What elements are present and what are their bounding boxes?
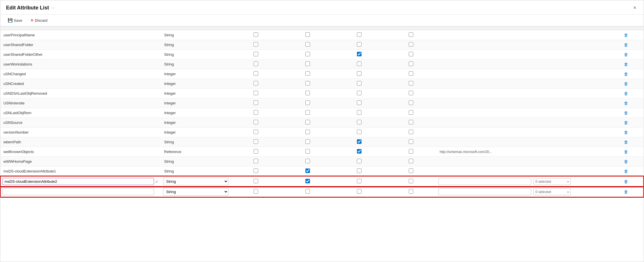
checkbox-col4[interactable]: [409, 168, 413, 173]
edit-checkbox-col1[interactable]: [254, 189, 258, 194]
checkbox-col1[interactable]: [254, 159, 258, 163]
checkbox-col1[interactable]: [254, 168, 258, 173]
row-cb2[interactable]: [282, 50, 333, 59]
row-cb1[interactable]: [230, 89, 282, 98]
row-cb4[interactable]: [385, 108, 437, 118]
row-cb3[interactable]: [333, 50, 385, 59]
row-cb2[interactable]: [282, 59, 333, 69]
row-cb4[interactable]: [385, 166, 437, 176]
checkbox-col2[interactable]: [305, 42, 310, 47]
edit-delete-button[interactable]: 🗑: [623, 178, 630, 184]
delete-button[interactable]: 🗑: [623, 51, 630, 57]
delete-button[interactable]: 🗑: [623, 129, 630, 135]
close-button[interactable]: ×: [631, 4, 638, 11]
row-cb2[interactable]: [282, 147, 333, 157]
checkbox-col3[interactable]: [357, 61, 361, 66]
row-cb1[interactable]: [230, 128, 282, 137]
checkbox-col4[interactable]: [409, 110, 413, 115]
delete-button[interactable]: 🗑: [623, 149, 630, 155]
row-cb2[interactable]: [282, 40, 333, 50]
edit-row-cb3[interactable]: [333, 187, 385, 197]
checkbox-col3[interactable]: [357, 52, 361, 56]
edit-row-ref-cell[interactable]: 0 selected ▾: [437, 176, 609, 187]
row-cb2[interactable]: [282, 166, 333, 176]
row-cb1[interactable]: [230, 157, 282, 166]
delete-button[interactable]: 🗑: [623, 71, 630, 77]
checkbox-col1[interactable]: [254, 81, 258, 86]
row-cb2[interactable]: [282, 79, 333, 89]
row-cb1[interactable]: [230, 59, 282, 69]
checkbox-col1[interactable]: [254, 130, 258, 134]
row-cb2[interactable]: [282, 89, 333, 98]
row-cb1[interactable]: [230, 147, 282, 157]
checkbox-col1[interactable]: [254, 52, 258, 56]
row-cb3[interactable]: [333, 128, 385, 137]
checkbox-col1[interactable]: [254, 149, 258, 154]
checkbox-col2[interactable]: [305, 81, 310, 86]
edit-checkbox-col4[interactable]: [409, 179, 413, 183]
checkbox-col1[interactable]: [254, 110, 258, 115]
edit-row-cb2[interactable]: [282, 176, 333, 187]
checkbox-col1[interactable]: [254, 42, 258, 47]
row-cb4[interactable]: [385, 137, 437, 147]
ref-input[interactable]: [438, 188, 531, 195]
edit-row-cb3[interactable]: [333, 176, 385, 187]
row-cb1[interactable]: [230, 137, 282, 147]
row-cb1[interactable]: [230, 118, 282, 128]
row-cb2[interactable]: [282, 137, 333, 147]
edit-checkbox-col2[interactable]: [305, 179, 310, 183]
checkbox-col4[interactable]: [409, 130, 413, 134]
checkbox-col2[interactable]: [305, 159, 310, 163]
row-cb3[interactable]: [333, 40, 385, 50]
checkbox-col2[interactable]: [305, 139, 310, 144]
row-cb3[interactable]: [333, 147, 385, 157]
checkbox-col2[interactable]: [305, 91, 310, 95]
edit-checkbox-col3[interactable]: [357, 189, 361, 194]
row-cb3[interactable]: [333, 108, 385, 118]
row-cb1[interactable]: [230, 69, 282, 79]
ref-input[interactable]: [438, 178, 531, 185]
checkbox-col3[interactable]: [357, 149, 361, 154]
checkbox-col1[interactable]: [254, 32, 258, 37]
row-cb3[interactable]: [333, 69, 385, 79]
row-cb3[interactable]: [333, 166, 385, 176]
checkbox-col4[interactable]: [409, 91, 413, 95]
edit-checkbox-col4[interactable]: [409, 189, 413, 194]
edit-checkbox-col1[interactable]: [254, 179, 258, 183]
row-cb4[interactable]: [385, 50, 437, 59]
row-cb2[interactable]: [282, 69, 333, 79]
checkbox-col4[interactable]: [409, 32, 413, 37]
row-cb4[interactable]: [385, 30, 437, 40]
checkbox-col4[interactable]: [409, 61, 413, 66]
checkbox-col3[interactable]: [357, 110, 361, 115]
edit-row-cb4[interactable]: [385, 187, 437, 197]
edit-checkbox-col2[interactable]: [305, 189, 310, 194]
row-cb4[interactable]: [385, 128, 437, 137]
save-button[interactable]: 💾 Save: [6, 17, 24, 24]
row-cb4[interactable]: [385, 157, 437, 166]
checkbox-col2[interactable]: [305, 110, 310, 115]
type-select[interactable]: StringIntegerReferenceBooleanDateTimeGui…: [163, 178, 229, 185]
checkbox-col1[interactable]: [254, 61, 258, 66]
edit-row-type-cell[interactable]: StringIntegerReferenceBooleanDateTimeGui…: [161, 187, 230, 197]
row-cb3[interactable]: [333, 89, 385, 98]
edit-checkbox-col3[interactable]: [357, 179, 361, 183]
row-cb1[interactable]: [230, 108, 282, 118]
row-cb4[interactable]: [385, 98, 437, 108]
checkbox-col2[interactable]: [305, 168, 310, 173]
row-cb1[interactable]: [230, 79, 282, 89]
row-cb1[interactable]: [230, 50, 282, 59]
edit-row-name-cell[interactable]: ✓: [1, 176, 161, 187]
checkbox-col2[interactable]: [305, 100, 310, 105]
checkbox-col2[interactable]: [305, 61, 310, 66]
checkbox-col2[interactable]: [305, 52, 310, 56]
delete-button[interactable]: 🗑: [623, 158, 630, 164]
row-cb2[interactable]: [282, 108, 333, 118]
delete-button[interactable]: 🗑: [623, 100, 630, 106]
checkbox-col4[interactable]: [409, 120, 413, 124]
row-cb4[interactable]: [385, 118, 437, 128]
row-cb4[interactable]: [385, 89, 437, 98]
attribute-name-input[interactable]: [3, 188, 154, 195]
row-cb3[interactable]: [333, 157, 385, 166]
delete-button[interactable]: 🗑: [623, 139, 630, 145]
